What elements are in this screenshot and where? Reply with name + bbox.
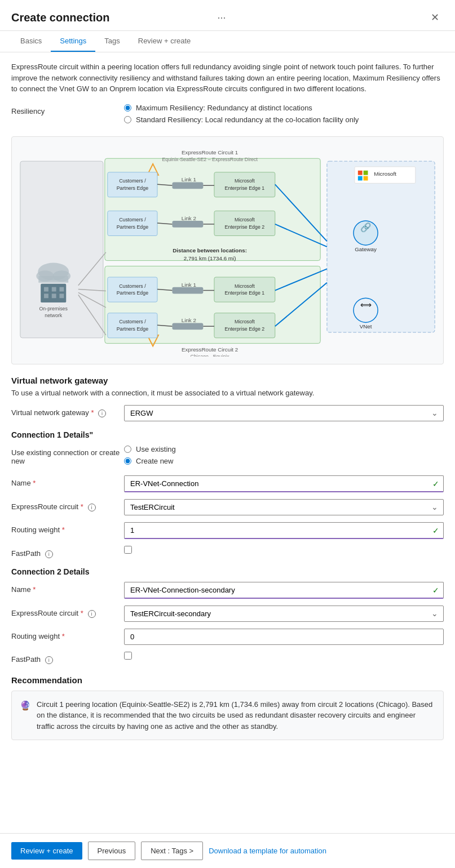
conn2-fastpath-info-icon[interactable]: i <box>45 656 53 664</box>
resiliency-max-option[interactable]: Maximum Resiliency: Redundancy at distin… <box>124 104 444 112</box>
conn1-fastpath-checkbox[interactable] <box>124 546 132 554</box>
svg-rect-3 <box>327 161 435 332</box>
resiliency-max-label: Maximum Resiliency: Redundancy at distin… <box>136 104 312 112</box>
svg-text:Enterprise Edge 2: Enterprise Edge 2 <box>225 224 265 229</box>
dialog-menu-icon[interactable]: ··· <box>218 12 226 24</box>
conn1-routing-weight-row: Routing weight * ✓ <box>11 522 444 539</box>
tab-settings[interactable]: Settings <box>51 31 95 52</box>
conn2-er-circuit-select-wrapper[interactable]: TestERCircuit-secondary <box>124 606 444 622</box>
settings-content: ExpressRoute circuit within a peering lo… <box>0 52 455 833</box>
conn1-er-info-icon[interactable]: i <box>88 504 96 511</box>
vng-section-desc: To use a virtual network with a connecti… <box>11 389 444 397</box>
conn1-fastpath-row: FastPath i <box>11 546 444 558</box>
conn1-routing-weight-control: ✓ <box>124 522 444 539</box>
tab-review-create[interactable]: Review + create <box>129 31 200 52</box>
next-button[interactable]: Next : Tags > <box>141 842 203 860</box>
conn1-name-input[interactable] <box>124 475 444 492</box>
conn2-routing-weight-label: Routing weight * <box>11 629 124 640</box>
conn1-use-existing-option[interactable]: Use existing <box>124 445 444 453</box>
dialog-title: Create connection <box>11 11 212 24</box>
vng-select-wrapper[interactable]: ERGW <box>124 405 444 421</box>
conn2-name-input-wrapper: ✓ <box>124 582 444 599</box>
conn2-er-circuit-label: ExpressRoute circuit * i <box>11 606 124 618</box>
svg-text:ExpressRoute Circuit 2: ExpressRoute Circuit 2 <box>182 346 238 353</box>
download-template-link[interactable]: Download a template for automation <box>209 847 326 855</box>
svg-text:Enterprise Edge 1: Enterprise Edge 1 <box>225 185 265 191</box>
recommendation-section-title: Recommendation <box>11 675 444 685</box>
conn2-routing-weight-row: Routing weight * <box>11 629 444 645</box>
conn1-routing-weight-input[interactable] <box>124 522 444 539</box>
svg-text:Enterprise Edge 2: Enterprise Edge 2 <box>225 326 265 332</box>
conn1-routing-required: * <box>62 526 65 534</box>
svg-text:Microsoft: Microsoft <box>235 319 255 324</box>
conn2-fastpath-checkbox[interactable] <box>124 652 132 660</box>
resiliency-standard-radio[interactable] <box>124 116 131 123</box>
conn1-er-circuit-select[interactable]: TestERCircuit <box>124 499 444 515</box>
conn2-er-info-icon[interactable]: i <box>88 610 96 618</box>
conn2-fastpath-row: FastPath i <box>11 652 444 664</box>
svg-text:Equinix-Seattle-SE2 – ExpressR: Equinix-Seattle-SE2 – ExpressRoute Direc… <box>162 157 258 162</box>
conn1-er-circuit-label: ExpressRoute circuit * i <box>11 499 124 511</box>
conn2-name-input[interactable] <box>124 582 444 599</box>
conn2-routing-weight-input[interactable] <box>124 629 444 645</box>
conn1-fastpath-checkbox-wrapper[interactable] <box>124 546 444 554</box>
conn1-use-existing-control: Use existing Create new <box>124 445 444 469</box>
tab-tags[interactable]: Tags <box>95 31 129 52</box>
vng-label: Virtual network gateway * i <box>11 405 124 417</box>
dialog-header: Create connection ··· ✕ <box>0 0 455 31</box>
previous-button[interactable]: Previous <box>88 842 136 860</box>
svg-text:Customers /: Customers / <box>119 283 146 288</box>
svg-rect-60 <box>172 323 203 330</box>
conn2-er-circuit-select[interactable]: TestERCircuit-secondary <box>124 606 444 622</box>
svg-text:On-premises: On-premises <box>39 305 68 311</box>
svg-text:Enterprise Edge 1: Enterprise Edge 1 <box>225 290 265 296</box>
svg-rect-59 <box>172 287 203 293</box>
conn2-fastpath-label: FastPath i <box>11 652 124 664</box>
svg-rect-9 <box>44 287 48 291</box>
conn1-use-existing-radio[interactable] <box>124 446 131 453</box>
svg-rect-37 <box>214 211 275 235</box>
conn1-fastpath-info-icon[interactable]: i <box>45 550 53 558</box>
conn1-name-row: Name * ✓ <box>11 475 444 492</box>
conn1-create-new-option[interactable]: Create new <box>124 457 444 465</box>
conn1-fastpath-label: FastPath i <box>11 546 124 558</box>
vng-section-title: Virtual network gateway <box>11 376 444 385</box>
vng-field-row: Virtual network gateway * i ERGW <box>11 405 444 421</box>
conn1-name-required: * <box>33 479 36 487</box>
svg-rect-7 <box>38 276 68 283</box>
vng-info-icon[interactable]: i <box>98 409 106 417</box>
conn1-er-circuit-control: TestERCircuit <box>124 499 444 515</box>
svg-text:Link 1: Link 1 <box>182 281 196 287</box>
svg-rect-61 <box>214 277 275 302</box>
conn1-routing-check-icon: ✓ <box>432 526 439 535</box>
conn1-create-new-radio[interactable] <box>124 457 131 465</box>
svg-text:network: network <box>45 312 62 318</box>
tab-basics[interactable]: Basics <box>11 31 51 52</box>
close-button[interactable]: ✕ <box>426 9 444 26</box>
svg-text:Link 2: Link 2 <box>182 215 196 221</box>
vng-select[interactable]: ERGW <box>124 405 444 421</box>
conn2-name-required: * <box>33 585 36 594</box>
review-create-button[interactable]: Review + create <box>11 842 82 860</box>
svg-text:Microsoft: Microsoft <box>374 170 396 176</box>
conn1-name-control: ✓ <box>124 475 444 492</box>
svg-rect-54 <box>108 313 157 337</box>
svg-text:Microsoft: Microsoft <box>235 283 255 288</box>
conn1-section-title: Connection 1 Details" <box>11 430 444 439</box>
svg-text:Chicago - Equinix: Chicago - Equinix <box>191 354 230 357</box>
conn1-use-existing-text: Use existing <box>136 445 176 453</box>
resiliency-field: Resiliency Maximum Resiliency: Redundanc… <box>11 104 444 127</box>
svg-text:Customers /: Customers / <box>119 319 146 324</box>
svg-text:ExpressRoute Circuit 1: ExpressRoute Circuit 1 <box>182 149 238 155</box>
conn2-fastpath-checkbox-wrapper[interactable] <box>124 652 444 660</box>
resiliency-max-radio[interactable] <box>124 104 131 112</box>
recommendation-icon: 🔮 <box>20 700 31 732</box>
conn1-name-input-wrapper: ✓ <box>124 475 444 492</box>
resiliency-standard-option[interactable]: Standard Resiliency: Local redundancy at… <box>124 115 444 124</box>
conn2-section-title: Connection 2 Details <box>11 567 444 576</box>
svg-rect-8 <box>41 283 66 302</box>
vng-control: ERGW <box>124 405 444 421</box>
svg-text:Gateway: Gateway <box>355 246 377 252</box>
conn2-fastpath-control <box>124 652 444 660</box>
conn1-er-circuit-select-wrapper[interactable]: TestERCircuit <box>124 499 444 515</box>
